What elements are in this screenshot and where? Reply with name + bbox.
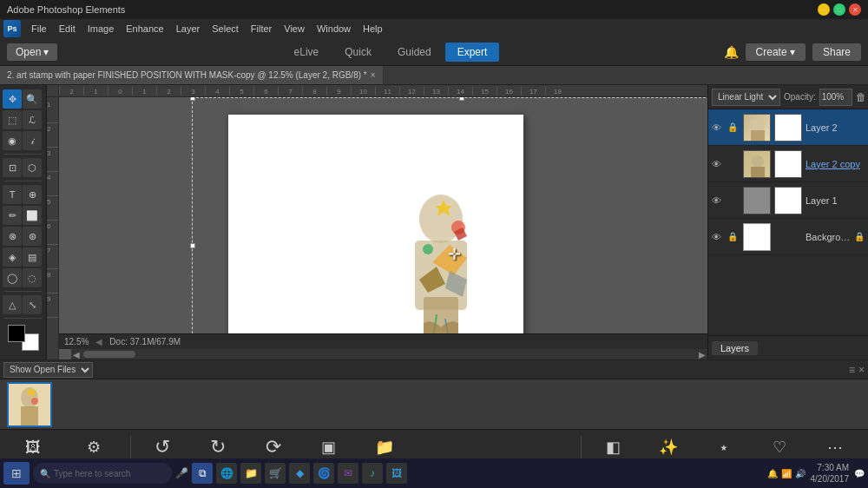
h-scroll-thumb[interactable]: [83, 351, 135, 358]
menu-filter[interactable]: Filter: [246, 22, 277, 36]
bell-icon[interactable]: 🔔: [724, 45, 739, 59]
color-picker[interactable]: [8, 325, 39, 351]
layer-visibility-layer2[interactable]: 👁: [712, 122, 724, 133]
menu-view[interactable]: View: [279, 22, 310, 36]
layer-item-background[interactable]: 👁 🔒 Background 🔒: [708, 219, 868, 255]
scroll-left-arrow[interactable]: ◀: [71, 350, 82, 359]
clone-stamp-tool[interactable]: ⊗: [3, 227, 22, 246]
opacity-input[interactable]: [819, 89, 852, 106]
photo-bin-close-icon[interactable]: ×: [858, 364, 865, 376]
canvas-document: [228, 115, 523, 359]
layer-name-layer2: Layer 2: [806, 122, 865, 133]
taskbar-network-icon[interactable]: 📶: [781, 469, 792, 478]
handle-tc[interactable]: [459, 97, 464, 101]
share-button[interactable]: Share: [812, 43, 861, 61]
smart-brush-tool[interactable]: ⊛: [23, 227, 42, 246]
layers-toolbar: Linear Light Normal Multiply Screen Opac…: [708, 85, 868, 109]
layer-item-layer2copy[interactable]: 👁 🔒 Layer 2 copy: [708, 146, 868, 182]
horizontal-scrollbar[interactable]: ◀ ▶: [71, 349, 707, 359]
move-tool[interactable]: ✥: [3, 89, 22, 109]
taskbar-explorer[interactable]: 📁: [240, 463, 261, 484]
cortana-mic-icon[interactable]: 🎤: [175, 467, 188, 479]
tab-expert[interactable]: Expert: [445, 43, 500, 62]
close-doc-tab[interactable]: ×: [371, 70, 376, 80]
taskbar-yahoo[interactable]: ✉: [338, 463, 358, 484]
taskbar-edge[interactable]: 🌐: [216, 463, 237, 484]
taskbar-bell-icon[interactable]: 🔔: [767, 469, 778, 478]
layer-item-layer2[interactable]: 👁 🔒 Layer 2: [708, 109, 868, 146]
doc-tab[interactable]: 2. art stamp with paper FINISHED POSITIO…: [0, 66, 384, 84]
tab-quick[interactable]: Quick: [332, 43, 384, 62]
tab-elive[interactable]: eLive: [282, 43, 332, 62]
start-button[interactable]: ⊞: [3, 462, 30, 485]
canvas-area[interactable]: 2 1 0 1 2 3 4 5 6 7 8 9 10 11 12 13 14 1…: [47, 85, 707, 359]
panel-tab-layers[interactable]: Layers: [712, 341, 758, 355]
scroll-right-arrow[interactable]: ▶: [697, 350, 707, 359]
brush-tool[interactable]: ✏: [3, 206, 22, 225]
blur-tool[interactable]: ◌: [23, 268, 42, 287]
create-button[interactable]: Create ▾: [746, 43, 806, 61]
lasso-tool[interactable]: ℒ: [23, 110, 42, 129]
layer-visibility-background[interactable]: 👁: [712, 232, 724, 242]
menu-layer[interactable]: Layer: [171, 22, 206, 36]
dodge-tool[interactable]: ◯: [3, 268, 22, 287]
taskbar-search[interactable]: 🔍 Type here to search: [33, 463, 172, 484]
layer-visibility-layer2copy[interactable]: 👁: [712, 159, 724, 169]
taskbar-photos[interactable]: 🖼: [386, 463, 407, 484]
svg-point-13: [21, 387, 38, 408]
photo-thumb-1[interactable]: [7, 382, 52, 427]
task-view-button[interactable]: ⧉: [192, 463, 213, 484]
toolbox: ✥ 🔍 ⬚ ℒ ◉ 𝒾 ⊡ ⬡ T ⊕ ✏ ⬜ ⊗ ⊛ ◈: [0, 85, 47, 359]
foreground-color-swatch[interactable]: [8, 325, 25, 342]
menu-image[interactable]: Image: [82, 22, 120, 36]
gradient-tool[interactable]: ▤: [23, 247, 42, 267]
taskbar: ⊞ 🔍 Type here to search 🎤 ⧉ 🌐 📁 🛒 ◆ 🌀 ✉ …: [0, 458, 868, 488]
layer-lock-layer2[interactable]: 🔒: [727, 122, 740, 132]
canvas-viewport[interactable]: ✛ ◀ ▶: [59, 97, 707, 359]
type-tool[interactable]: T: [3, 185, 22, 204]
tab-guided[interactable]: Guided: [385, 43, 444, 62]
transform-tool[interactable]: ⤡: [23, 295, 42, 314]
taskbar-itunes[interactable]: ♪: [362, 463, 383, 484]
tool-pair-4: ⊡ ⬡: [0, 157, 46, 178]
taskbar-store[interactable]: 🛒: [265, 463, 286, 484]
taskbar-volume-icon[interactable]: 🔊: [795, 469, 806, 478]
spot-heal-tool[interactable]: ⊕: [23, 185, 42, 204]
close-button[interactable]: ✕: [849, 3, 861, 16]
minimize-button[interactable]: −: [818, 3, 830, 16]
crop-tool[interactable]: ⊡: [3, 158, 22, 177]
open-button[interactable]: Open ▾: [7, 43, 57, 61]
menu-file[interactable]: File: [26, 22, 52, 36]
eraser-tool[interactable]: ⬜: [23, 206, 42, 225]
photo-bin-dropdown[interactable]: Show Open Files: [3, 362, 93, 378]
layer-visibility-layer1[interactable]: 👁: [712, 195, 724, 206]
taskbar-right: 🔔 📶 🔊 7:30 AM 4/20/2017 💬: [767, 462, 865, 485]
menu-help[interactable]: Help: [358, 22, 388, 36]
taskbar-action-center[interactable]: 💬: [854, 469, 865, 478]
photo-bin-header: Show Open Files ≡ ×: [0, 360, 868, 379]
cookie-cutter-tool[interactable]: ⬡: [23, 158, 42, 177]
eyedropper-tool[interactable]: 𝒾: [23, 131, 42, 150]
menu-window[interactable]: Window: [312, 22, 356, 36]
shape-tool[interactable]: △: [3, 295, 22, 314]
layer-thumb-mask-layer1: [774, 187, 802, 214]
menu-enhance[interactable]: Enhance: [121, 22, 168, 36]
svg-rect-14: [21, 406, 38, 425]
taskbar-dropbox[interactable]: ◆: [289, 463, 310, 484]
tool-divider-4: [4, 318, 42, 319]
photo-bin-menu-icon[interactable]: ≡: [849, 364, 855, 376]
taskbar-chrome[interactable]: 🌀: [313, 463, 334, 484]
delete-layer-icon[interactable]: 🗑: [856, 91, 866, 103]
quick-select-tool[interactable]: ◉: [3, 131, 22, 150]
layer-item-layer1[interactable]: 👁 🔒 Layer 1: [708, 182, 868, 219]
zoom-tool[interactable]: 🔍: [23, 89, 42, 109]
marquee-tool[interactable]: ⬚: [3, 110, 22, 129]
handle-ml[interactable]: [190, 243, 195, 248]
menu-select[interactable]: Select: [207, 22, 244, 36]
menu-edit[interactable]: Edit: [54, 22, 81, 36]
maximize-button[interactable]: □: [833, 3, 845, 16]
layer-lock-background[interactable]: 🔒: [727, 232, 740, 241]
blend-mode-select[interactable]: Linear Light Normal Multiply Screen: [712, 89, 780, 106]
bucket-tool[interactable]: ◈: [3, 247, 22, 267]
handle-tl[interactable]: [190, 97, 195, 101]
